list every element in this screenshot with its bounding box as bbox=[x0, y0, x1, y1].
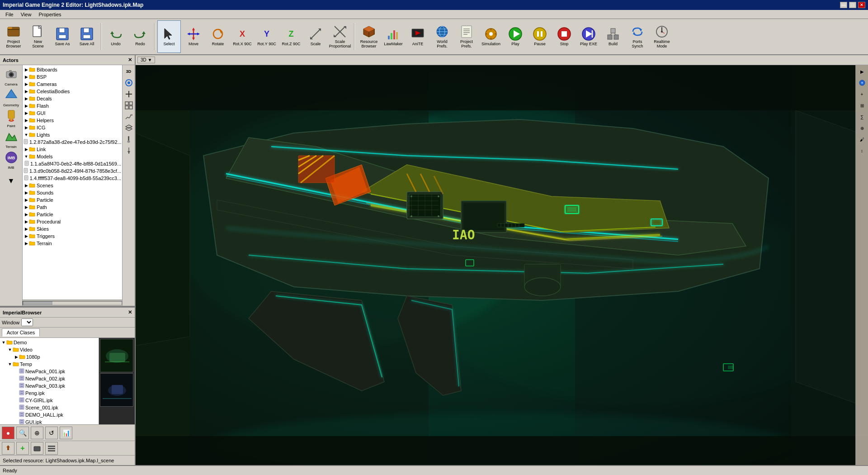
ib-tree-expand-cy-girl[interactable] bbox=[14, 398, 19, 403]
actors-tree-item-sounds[interactable]: ▶Sounds bbox=[24, 189, 121, 196]
vp-tool-paint[interactable]: 🖌 bbox=[857, 134, 868, 145]
vp-tool-play[interactable]: ▶ bbox=[857, 66, 868, 77]
ib-tree-expand-video[interactable]: ▼ bbox=[7, 347, 13, 352]
tree-expand-flash[interactable]: ▶ bbox=[24, 103, 29, 109]
ib-tree-expand-gui-ipk[interactable] bbox=[14, 419, 19, 424]
viewport-3d-dropdown[interactable]: 3D ▼ bbox=[137, 57, 155, 63]
actors-tree-item-lights[interactable]: ▼Lights bbox=[24, 131, 121, 138]
actors-tree-item-models[interactable]: ▼Models bbox=[24, 153, 121, 160]
vp-layers-button[interactable] bbox=[123, 123, 134, 133]
rot-z-button[interactable]: Z Rot.Z 90C bbox=[279, 20, 303, 53]
actors-tree-item-model-1[interactable]: 1.1.a5a8f470-0eb2-4ffe-bf88-0d1a1569... bbox=[24, 160, 121, 167]
ib-window-dropdown[interactable] bbox=[21, 318, 33, 326]
actors-tree-item-skies[interactable]: ▶Skies bbox=[24, 225, 121, 233]
ib-tree-item-newpack003[interactable]: NewPack_003.ipk bbox=[1, 382, 98, 390]
select-button[interactable]: Select bbox=[157, 20, 181, 53]
tree-expand-skies[interactable]: ▶ bbox=[24, 226, 29, 232]
ib-bottom-btn-1[interactable] bbox=[2, 442, 14, 455]
tree-expand-cameras[interactable]: ▶ bbox=[24, 81, 29, 87]
undo-button[interactable]: Undo bbox=[104, 20, 127, 53]
world-prefs-button[interactable]: World Prefs. bbox=[430, 20, 454, 53]
actors-tree-item-triggers[interactable]: ▶Triggers bbox=[24, 233, 121, 240]
ib-btn-chart[interactable]: 📊 bbox=[60, 427, 72, 439]
project-prefs-button[interactable]: Project Prefs. bbox=[455, 20, 478, 53]
realtime-mode-button[interactable]: Realtime Mode bbox=[650, 20, 674, 53]
ib-tree-item-scene001[interactable]: Scene_001.ipk bbox=[1, 404, 98, 411]
ib-btn-red[interactable]: ● bbox=[2, 427, 14, 439]
rotate-button[interactable]: Rotate bbox=[206, 20, 230, 53]
ib-tree-expand-1080p[interactable]: ▶ bbox=[14, 354, 19, 360]
actors-tree-item-flash[interactable]: ▶Flash bbox=[24, 102, 121, 109]
vp-tool-circle[interactable] bbox=[857, 77, 868, 88]
tree-expand-link[interactable]: ▶ bbox=[24, 147, 29, 152]
actors-tree-item-terrain-node[interactable]: ▶Terrain bbox=[24, 240, 121, 247]
ib-bottom-btn-2[interactable]: + bbox=[16, 442, 29, 455]
scale-prop-button[interactable]: Scale Proportional bbox=[328, 20, 352, 53]
vp-stats-button[interactable] bbox=[123, 111, 134, 122]
tree-expand-helpers[interactable]: ▶ bbox=[24, 118, 29, 123]
vp-tool-sigma[interactable]: ∑ bbox=[857, 111, 868, 122]
vp-plus-button[interactable] bbox=[123, 89, 134, 100]
scale-button[interactable]: Scale bbox=[304, 20, 327, 53]
vp-tool-add[interactable]: + bbox=[857, 89, 868, 100]
redo-button[interactable]: Redo bbox=[128, 20, 152, 53]
vp-tool-scroll[interactable]: ↕ bbox=[857, 145, 868, 156]
stop-button[interactable]: Stop bbox=[552, 20, 576, 53]
tree-expand-lights[interactable]: ▼ bbox=[24, 132, 29, 138]
paint-button[interactable]: Paint bbox=[1, 109, 21, 128]
anite-button[interactable]: AniTE bbox=[406, 20, 429, 53]
tree-expand-models[interactable]: ▼ bbox=[24, 154, 29, 159]
ib-tree-expand-temp[interactable]: ▼ bbox=[7, 361, 13, 367]
ib-tree-expand-scene001[interactable] bbox=[14, 405, 19, 410]
ib-tree-expand-peng[interactable] bbox=[14, 390, 19, 396]
camera-button[interactable]: Camera bbox=[1, 67, 21, 87]
play-button[interactable]: Play bbox=[504, 20, 527, 53]
tree-expand-sounds[interactable]: ▶ bbox=[24, 190, 29, 195]
actors-tree-item-link[interactable]: ▶Link bbox=[24, 146, 121, 153]
ib-tree-item-video[interactable]: ▼Video bbox=[1, 346, 98, 353]
resource-browser-button[interactable]: Resource Browser bbox=[357, 20, 381, 53]
ib-tree-item-1080p[interactable]: ▶1080p bbox=[1, 353, 98, 361]
ib-tree-item-newpack001[interactable]: NewPack_001.ipk bbox=[1, 368, 98, 375]
pause-button[interactable]: Pause bbox=[528, 20, 552, 53]
menu-file[interactable]: File bbox=[2, 11, 17, 18]
actors-tree-item-procedural[interactable]: ▶Procedural bbox=[24, 218, 121, 225]
actors-tree-item-bilboards[interactable]: ▶Bilboards bbox=[24, 66, 121, 73]
tree-expand-bsp[interactable]: ▶ bbox=[24, 74, 29, 80]
lawmaker-button[interactable]: LawMaker bbox=[382, 20, 405, 53]
actors-tree-item-particle2[interactable]: ▶Particle bbox=[24, 211, 121, 218]
actors-tree-item-decals[interactable]: ▶Decals bbox=[24, 95, 121, 102]
actors-tree-item-model-2[interactable]: 1.3.d9c0b058-8d22-49f4-87fd-7858e3cf... bbox=[24, 167, 121, 175]
rot-x-button[interactable]: X Rot.X 90C bbox=[231, 20, 254, 53]
ib-tree-expand-demo-hall[interactable] bbox=[14, 412, 19, 418]
actors-tree-item-path[interactable]: ▶Path bbox=[24, 204, 121, 211]
save-all-button[interactable]: Save All bbox=[75, 20, 99, 53]
ib-tab-actor-classes[interactable]: Actor Clases bbox=[2, 328, 40, 337]
ib-tree-expand-newpack003[interactable] bbox=[14, 383, 19, 389]
viewport[interactable]: IAO bbox=[136, 65, 868, 465]
actors-tree-item-cameras[interactable]: ▶Cameras bbox=[24, 81, 121, 88]
vp-tool-target[interactable]: ⊕ bbox=[857, 123, 868, 133]
vp-perspective-button[interactable] bbox=[123, 77, 134, 88]
ib-tree-item-peng[interactable]: Peng.ipk bbox=[1, 390, 98, 397]
close-button[interactable]: ✕ bbox=[858, 2, 865, 8]
tree-expand-procedural[interactable]: ▶ bbox=[24, 219, 29, 224]
geometry-button[interactable]: Geometry bbox=[1, 88, 21, 108]
tree-expand-particle2[interactable]: ▶ bbox=[24, 212, 29, 217]
ib-tree-expand-newpack001[interactable] bbox=[14, 369, 19, 374]
vp-tool-grid[interactable]: ⊞ bbox=[857, 100, 868, 111]
actors-tree-item-celestiabodies[interactable]: ▶CelestiaBodies bbox=[24, 88, 121, 95]
ib-bottom-btn-3[interactable] bbox=[31, 442, 43, 455]
tree-expand-particle[interactable]: ▶ bbox=[24, 197, 29, 203]
vp-arrow-button[interactable] bbox=[123, 145, 134, 156]
ib-tree-item-demo-hall[interactable]: DEMO_HALL.ipk bbox=[1, 411, 98, 418]
ib-tree-item-demo[interactable]: ▼Demo bbox=[1, 339, 98, 346]
actors-tree-item-helpers[interactable]: ▶Helpers bbox=[24, 117, 121, 124]
tree-expand-terrain-node[interactable]: ▶ bbox=[24, 241, 29, 246]
ib-btn-refresh[interactable]: ↺ bbox=[45, 427, 58, 439]
actors-tree-item-bsp[interactable]: ▶BSP bbox=[24, 73, 121, 81]
maximize-button[interactable]: □ bbox=[849, 2, 856, 8]
vp-brush-button[interactable] bbox=[123, 134, 134, 145]
ports-synch-button[interactable]: Ports Synch bbox=[626, 20, 649, 53]
ib-tree-item-temp[interactable]: ▼Temp bbox=[1, 361, 98, 368]
